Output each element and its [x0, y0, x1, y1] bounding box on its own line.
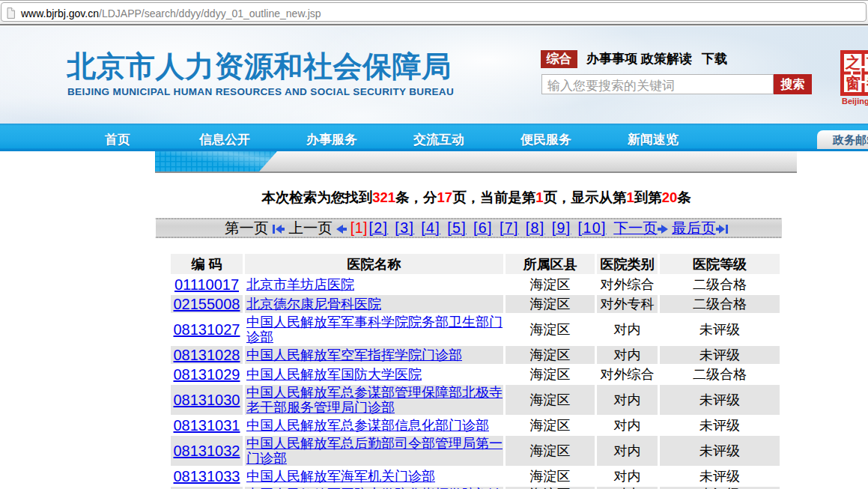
svg-text:之: 之 — [845, 54, 861, 70]
svg-text:窗: 窗 — [846, 75, 861, 91]
